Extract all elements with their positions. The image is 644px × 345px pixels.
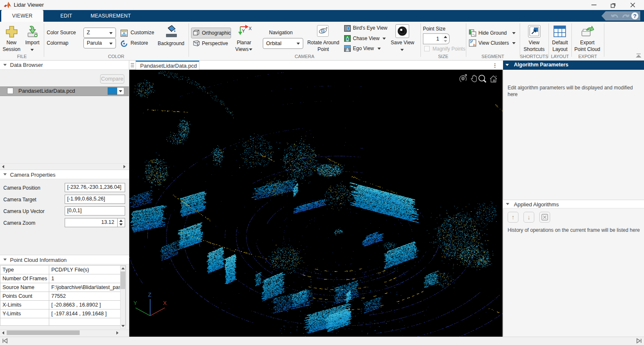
svg-text:X: X	[249, 26, 252, 31]
svg-text:?: ?	[633, 13, 636, 19]
svg-text:Y: Y	[242, 28, 245, 33]
